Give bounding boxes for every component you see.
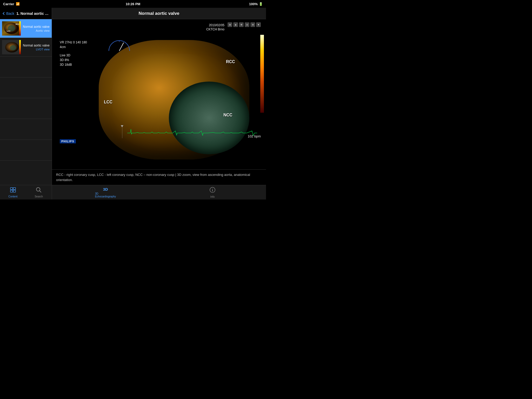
svg-marker-13 — [121, 125, 123, 127]
empty-list-area — [0, 57, 52, 185]
svg-rect-15 — [13, 188, 16, 190]
list-item-1-text: Normal aortic valve Aortic view — [23, 25, 50, 32]
svg-line-19 — [39, 191, 41, 192]
list-item-2-text: Normal aortic valve LVOT view — [23, 44, 50, 51]
divider-1 — [0, 57, 52, 77]
angle-indicator — [108, 38, 131, 53]
tab-3d-line1: 3D — [95, 192, 98, 195]
tab-info-label: Info — [210, 195, 215, 198]
live3d-line3: 3D 18dB — [60, 62, 72, 67]
vr-info: VR 27Hz 0 140 180 4cm — [60, 40, 87, 49]
content-icon — [10, 187, 16, 194]
tool-icon-5[interactable]: ⚙ — [250, 22, 255, 27]
heart-3d-image — [99, 40, 249, 159]
list-item-lvot-view[interactable]: Normal aortic valve LVOT view — [0, 38, 52, 57]
tool-icon-4[interactable]: ⊡ — [245, 22, 249, 27]
svg-rect-16 — [10, 190, 13, 192]
main-layout: Back 1. Normal aortic valve — [0, 8, 266, 185]
status-right: 100% 🔋 — [249, 2, 263, 6]
list-item-2-subtitle: LVOT view — [23, 48, 50, 51]
list-item-2-title: Normal aortic valve — [23, 44, 50, 47]
tab-3d-echo[interactable]: 3D 3D Echocardiography — [52, 185, 159, 200]
live3d-line2: 3D 8% — [60, 58, 72, 62]
ecg-waveform — [114, 125, 260, 138]
divider-3 — [0, 98, 52, 119]
svg-point-22 — [212, 189, 213, 189]
ncc-label: NCC — [223, 113, 232, 117]
battery-icon: 🔋 — [259, 2, 263, 6]
battery-label: 100% — [249, 2, 258, 6]
live3d-line1: Live 3D — [60, 53, 72, 58]
list-item-1-subtitle: Aortic view — [23, 29, 50, 32]
nav-bar: Back 1. Normal aortic valve — [0, 8, 52, 19]
info-icon — [209, 187, 216, 195]
tab-info[interactable]: Info — [159, 185, 266, 200]
tab-content[interactable]: Content — [0, 185, 26, 200]
content-header: Normal aortic valve — [52, 8, 266, 19]
svg-line-8 — [119, 43, 124, 51]
color-scale-bar — [260, 35, 264, 113]
toolbar-icons: ⊞ ◈ ✜ ⊡ ⚙ ▼ — [228, 22, 261, 27]
svg-rect-17 — [13, 190, 16, 192]
date-overlay: 2010/02/05 — [209, 23, 224, 27]
thumbnail-2 — [2, 40, 21, 54]
nav-title: 1. Normal aortic valve — [16, 11, 49, 16]
thumbnail-1: RCC LCC — [2, 21, 21, 36]
sidebar: Back 1. Normal aortic valve — [0, 8, 52, 185]
tool-icon-2[interactable]: ◈ — [233, 22, 238, 27]
philips-logo: PHILIPS — [60, 139, 76, 143]
svg-rect-4 — [19, 21, 21, 36]
vr-line1: VR 27Hz 0 140 180 — [60, 40, 87, 45]
3d-echo-icon: 3D — [103, 187, 108, 191]
lcc-label: LCC — [104, 100, 112, 104]
list-item-1-title: Normal aortic valve — [23, 25, 50, 29]
tab-left: Content Search — [0, 185, 52, 200]
rcc-label: RCC — [226, 59, 235, 64]
list-item-aortic-view[interactable]: RCC LCC — [0, 19, 52, 38]
vr-line2: 4cm — [60, 45, 87, 49]
content-area: Normal aortic valve 2010/02/05 CKTCH Brn… — [52, 8, 266, 185]
divider-4 — [0, 119, 52, 140]
tool-icon-3[interactable]: ✜ — [239, 22, 244, 27]
back-button[interactable]: Back — [3, 11, 14, 16]
svg-text:RCC: RCC — [16, 23, 19, 25]
image-area: 2010/02/05 CKTCH Brno ⊞ ◈ ✜ ⊡ ⚙ ▼ VR 27H… — [52, 19, 266, 169]
status-time: 10:26 PM — [126, 2, 140, 6]
tab-3d-line2: Echocardiography — [95, 195, 116, 198]
back-label: Back — [6, 11, 14, 16]
tab-right: 3D 3D Echocardiography Info — [52, 185, 266, 200]
hospital-overlay: CKTCH Brno — [206, 28, 224, 31]
svg-rect-7 — [19, 40, 21, 54]
tool-icon-1[interactable]: ⊞ — [228, 22, 232, 27]
status-bar: Carrier 📶 10:26 PM 100% 🔋 — [0, 0, 266, 8]
tab-bar: Content Search 3D 3D Echocardiography — [0, 185, 266, 200]
tab-search[interactable]: Search — [26, 185, 52, 200]
bpm-text: 102 bpm — [248, 134, 261, 138]
status-left: Carrier 📶 — [3, 2, 20, 6]
thumb-img-1: RCC LCC — [2, 21, 21, 36]
tab-search-label: Search — [35, 195, 43, 198]
divider-5 — [0, 140, 52, 161]
carrier-label: Carrier — [3, 2, 14, 6]
tool-icon-6[interactable]: ▼ — [256, 22, 261, 27]
tab-3d-echo-label: 3D Echocardiography — [95, 192, 116, 198]
tab-content-label: Content — [8, 195, 17, 198]
svg-rect-14 — [10, 188, 13, 190]
svg-point-6 — [10, 45, 16, 50]
content-title: Normal aortic valve — [139, 11, 179, 16]
description-text: RCC - right coronary cusp, LCC - left co… — [52, 169, 266, 185]
live3d-info: Live 3D 3D 8% 3D 18dB — [60, 53, 72, 67]
svg-text:LCC: LCC — [7, 30, 10, 32]
chevron-left-icon — [3, 12, 5, 15]
search-icon — [36, 187, 42, 194]
valve-area — [169, 82, 249, 154]
divider-2 — [0, 77, 52, 98]
wifi-icon: 📶 — [16, 2, 20, 6]
